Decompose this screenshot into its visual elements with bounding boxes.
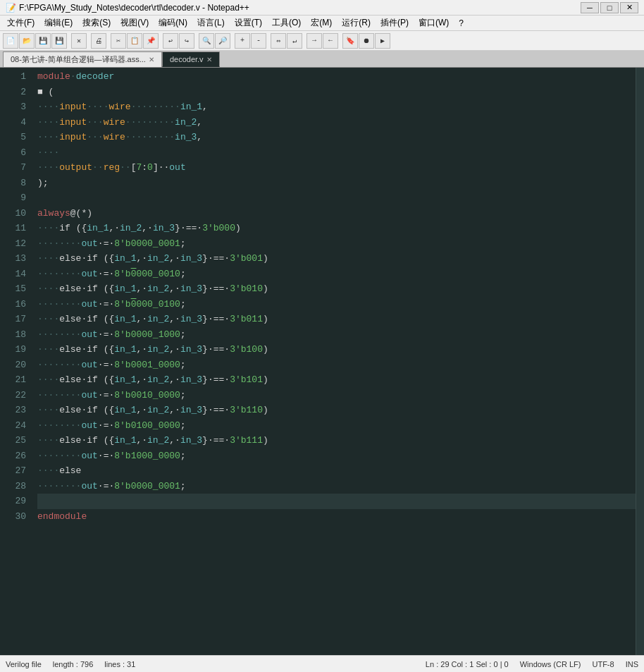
- code-line-20: ········out·=·8'b0001_0000;: [37, 358, 636, 373]
- line-num-23: 23: [0, 403, 26, 418]
- menu-lang[interactable]: 语言(L): [193, 16, 229, 30]
- line-num-21: 21: [0, 372, 26, 388]
- menu-edit[interactable]: 编辑(E): [40, 16, 77, 30]
- line-num-28: 28: [0, 479, 26, 494]
- code-line-8: );: [37, 176, 636, 191]
- tab-bar: 08-第七讲-简单组合逻辑—译码器.ass... ✕ decoder.v ✕: [0, 51, 644, 68]
- word-wrap-button[interactable]: ↵: [287, 33, 302, 49]
- tab-assemble-close[interactable]: ✕: [149, 56, 154, 63]
- line-num-14: 14: [0, 267, 26, 282]
- unindent-button[interactable]: ←: [323, 33, 338, 49]
- line-num-9: 9: [0, 190, 26, 206]
- line-num-26: 26: [0, 448, 26, 464]
- line-num-20: 20: [0, 358, 26, 373]
- bookmark-button[interactable]: 🔖: [342, 33, 358, 49]
- code-line-3: ····input····wire·········in_1,: [37, 99, 636, 115]
- code-line-23: ····else·if ({in_1,·in_2,·in_3}·==·3'b11…: [37, 403, 636, 418]
- line-num-10: 10: [0, 206, 26, 221]
- code-line-25: ····else·if ({in_1,·in_2,·in_3}·==·3'b11…: [37, 433, 636, 448]
- statusbar-left: Verilog file length : 796 lines : 31: [6, 660, 135, 668]
- line-num-7: 7: [0, 160, 26, 176]
- line-num-5: 5: [0, 130, 26, 145]
- zoom-out-button[interactable]: -: [251, 33, 266, 49]
- cut-button[interactable]: ✂: [111, 33, 126, 49]
- line-ending-label: Windows (CR LF): [520, 660, 581, 668]
- line-num-24: 24: [0, 418, 26, 434]
- redo-button[interactable]: ↪: [179, 33, 194, 49]
- encoding-label: UTF-8: [592, 660, 614, 668]
- toolbar: 📄 📂 💾 💾 ✕ 🖨 ✂ 📋 📌 ↩ ↪ 🔍 🔎 + - ⇔ ↵ → ← 🔖 …: [0, 31, 644, 51]
- code-line-26: ········out·=·8'b1000_0000;: [37, 448, 636, 464]
- tab-decoder[interactable]: decoder.v ✕: [162, 51, 220, 67]
- line-num-12: 12: [0, 236, 26, 252]
- code-line-27: ····else: [37, 463, 636, 479]
- maximize-button[interactable]: □: [600, 2, 619, 13]
- menu-window[interactable]: 窗口(W): [414, 16, 453, 30]
- code-line-15: ····else·if ({in_1,·in_2,·in_3}·==·3'b01…: [37, 281, 636, 297]
- minimize-button[interactable]: ─: [581, 2, 599, 13]
- code-line-21: ····else·if ({in_1,·in_2,·in_3}·==·3'b10…: [37, 372, 636, 388]
- undo-button[interactable]: ↩: [163, 33, 178, 49]
- code-line-17: ····else·if ({in_1,·in_2,·in_3}·==·3'b01…: [37, 312, 636, 327]
- menu-view[interactable]: 视图(V): [116, 16, 153, 30]
- code-line-5: ····input···wire·········in_3,: [37, 130, 636, 145]
- menu-encode[interactable]: 编码(N): [154, 16, 192, 30]
- menu-bar: 文件(F) 编辑(E) 搜索(S) 视图(V) 编码(N) 语言(L) 设置(T…: [0, 16, 644, 31]
- menu-run[interactable]: 运行(R): [338, 16, 375, 30]
- find-replace-button[interactable]: 🔎: [215, 33, 230, 49]
- close-button[interactable]: ✕: [620, 2, 638, 13]
- tab-assemble-label: 08-第七讲-简单组合逻辑—译码器.ass...: [11, 54, 146, 65]
- save-all-button[interactable]: 💾: [51, 33, 67, 49]
- macro-record-button[interactable]: ⏺: [359, 33, 374, 49]
- tab-decoder-close[interactable]: ✕: [206, 56, 212, 63]
- code-line-1: module·decoder: [37, 69, 636, 85]
- new-button[interactable]: 📄: [3, 33, 18, 49]
- paste-button[interactable]: 📌: [143, 33, 159, 49]
- line-num-8: 8: [0, 176, 26, 191]
- code-line-19: ····else·if ({in_1,·in_2,·in_3}·==·3'b10…: [37, 342, 636, 358]
- sync-scroll-button[interactable]: ⇔: [271, 33, 286, 49]
- window-controls[interactable]: ─ □ ✕: [581, 2, 638, 13]
- status-bar: Verilog file length : 796 lines : 31 Ln …: [0, 655, 644, 672]
- vertical-scrollbar[interactable]: [636, 68, 644, 655]
- line-num-19: 19: [0, 342, 26, 358]
- menu-plugins[interactable]: 插件(P): [376, 16, 413, 30]
- line-num-15: 15: [0, 281, 26, 297]
- save-button[interactable]: 💾: [35, 33, 51, 49]
- line-num-25: 25: [0, 433, 26, 448]
- ins-label: INS: [626, 660, 638, 668]
- code-line-9: [37, 190, 636, 206]
- close-tab-button[interactable]: ✕: [71, 33, 87, 49]
- code-line-6: ····: [37, 145, 636, 161]
- tab-assemble[interactable]: 08-第七讲-简单组合逻辑—译码器.ass... ✕: [3, 51, 162, 67]
- print-button[interactable]: 🖨: [91, 33, 106, 49]
- zoom-in-button[interactable]: +: [235, 33, 250, 49]
- code-line-13: ····else·if ({in_1,·in_2,·in_3}·==·3'b00…: [37, 251, 636, 267]
- open-button[interactable]: 📂: [19, 33, 35, 49]
- copy-button[interactable]: 📋: [127, 33, 142, 49]
- find-button[interactable]: 🔍: [199, 33, 214, 49]
- macro-play-button[interactable]: ▶: [375, 33, 390, 49]
- editor-area: 1 2 3 4 5 6 7 8 9 10 11 12 13 14 15 16 1…: [0, 68, 644, 655]
- app-icon: 📝: [6, 3, 16, 13]
- line-num-13: 13: [0, 251, 26, 267]
- filetype-label: Verilog file: [6, 660, 42, 668]
- menu-search[interactable]: 搜索(S): [78, 16, 115, 30]
- line-num-4: 4: [0, 115, 26, 130]
- menu-macro[interactable]: 宏(M): [306, 16, 336, 30]
- code-line-28: ········out·=·8'b0000_0001;: [37, 479, 636, 494]
- code-line-2: ■ (: [37, 85, 636, 100]
- position-label: Ln : 29 Col : 1 Sel : 0 | 0: [426, 660, 509, 668]
- code-line-4: ····input···wire·········in_2,: [37, 115, 636, 130]
- menu-file[interactable]: 文件(F): [3, 16, 39, 30]
- line-num-30: 30: [0, 509, 26, 525]
- line-num-3: 3: [0, 99, 26, 115]
- code-area[interactable]: module·decoder ■ ( ····input····wire····…: [32, 68, 636, 655]
- menu-tools[interactable]: 工具(O): [268, 16, 305, 30]
- indent-button[interactable]: →: [306, 33, 322, 49]
- line-num-6: 6: [0, 145, 26, 161]
- menu-settings[interactable]: 设置(T): [230, 16, 266, 30]
- menu-help[interactable]: ?: [454, 17, 468, 30]
- code-line-18: ········out·=·8'b0000_1000;: [37, 327, 636, 343]
- title-text: 📝 F:\FPGA\My_Study_Notes\decoder\rtl\dec…: [6, 3, 249, 13]
